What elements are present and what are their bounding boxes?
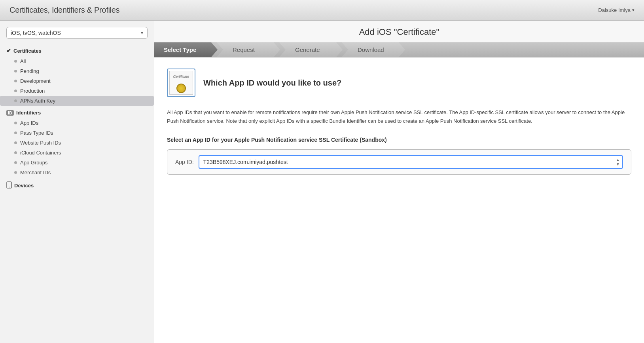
dot-icon	[14, 131, 17, 134]
sidebar-item-pass-type-ids[interactable]: Pass Type IDs	[0, 128, 154, 138]
content-title: Add iOS "Certificate"	[154, 21, 644, 42]
sidebar-item-all-label: All	[20, 58, 26, 64]
step-generate[interactable]: Generate	[279, 42, 343, 57]
sidebar-item-all[interactable]: All	[0, 56, 154, 66]
dot-icon	[14, 161, 17, 164]
step-download-label: Download	[358, 46, 384, 53]
platform-dropdown[interactable]: iOS, tvOS, watchOS ▾	[6, 27, 148, 39]
dot-icon	[14, 60, 17, 63]
sidebar-item-production[interactable]: Production	[0, 86, 154, 96]
sidebar-item-icloud-containers[interactable]: iCloud Containers	[0, 148, 154, 158]
step-select-type-label: Select Type	[164, 46, 196, 53]
identifiers-icon: ID	[6, 110, 14, 116]
top-bar: Certificates, Identifiers & Profiles Dai…	[0, 0, 644, 21]
sidebar-item-app-groups[interactable]: App Groups	[0, 158, 154, 168]
certificate-header: Certificate Which App ID would you like …	[167, 69, 631, 97]
step-select-type[interactable]: Select Type	[154, 42, 218, 57]
user-menu[interactable]: Daisuke Imiya	[598, 7, 635, 13]
step-request[interactable]: Request	[217, 42, 280, 57]
dot-icon	[14, 141, 17, 144]
sidebar-item-development-label: Development	[20, 78, 51, 84]
sidebar-item-apns-auth-key[interactable]: APNs Auth Key	[0, 96, 154, 106]
step-download[interactable]: Download	[342, 42, 405, 57]
sidebar-item-app-ids-label: App IDs	[20, 120, 38, 126]
sidebar-item-pending[interactable]: Pending	[0, 66, 154, 76]
step-request-label: Request	[233, 46, 255, 53]
sidebar: iOS, tvOS, watchOS ▾ ✔ Certificates All …	[0, 21, 154, 343]
certificates-label: Certificates	[13, 48, 42, 54]
identifiers-section: ID Identifiers App IDs Pass Type IDs Web…	[0, 107, 154, 177]
steps-bar: Select Type Request Generate Download	[154, 42, 644, 57]
content-body: Certificate Which App ID would you like …	[154, 57, 644, 343]
identifiers-label: Identifiers	[16, 110, 41, 116]
content-area: Add iOS "Certificate" Select Type Reques…	[154, 21, 644, 343]
sidebar-item-merchant-ids-label: Merchant IDs	[20, 170, 51, 175]
sidebar-item-apns-label: APNs Auth Key	[20, 98, 55, 104]
sidebar-item-website-push-ids-label: Website Push IDs	[20, 140, 61, 146]
svg-point-1	[9, 187, 9, 188]
dot-icon	[14, 122, 17, 124]
dot-icon	[14, 99, 17, 102]
sidebar-item-icloud-label: iCloud Containers	[20, 150, 61, 156]
sidebar-item-app-ids[interactable]: App IDs	[0, 118, 154, 128]
dot-icon	[14, 70, 17, 72]
cert-seal	[176, 84, 186, 93]
platform-dropdown-label: iOS, tvOS, watchOS	[11, 30, 61, 36]
sidebar-item-merchant-ids[interactable]: Merchant IDs	[0, 168, 154, 177]
cert-inner: Certificate	[169, 71, 193, 95]
step-generate-label: Generate	[295, 46, 320, 53]
devices-icon	[6, 181, 12, 190]
description-text: All App IDs that you want to enable for …	[167, 108, 631, 126]
sidebar-item-website-push-ids[interactable]: Website Push IDs	[0, 138, 154, 148]
sidebar-item-pass-type-ids-label: Pass Type IDs	[20, 130, 53, 136]
certificates-section-header: ✔ Certificates	[0, 45, 154, 56]
chevron-down-icon: ▾	[141, 30, 143, 36]
devices-label: Devices	[14, 183, 34, 189]
sidebar-item-app-groups-label: App Groups	[20, 160, 47, 166]
devices-section: Devices	[0, 179, 154, 192]
app-id-label: App ID:	[175, 159, 194, 165]
dot-icon	[14, 80, 17, 82]
sidebar-item-pending-label: Pending	[20, 68, 39, 74]
certificate-question: Which App ID would you like to use?	[203, 78, 341, 88]
dot-icon	[14, 171, 17, 174]
app-id-select-wrapper: T23B598XEJ.com.imiyad.pushtest ▲ ▼	[199, 155, 623, 169]
page-title: Certificates, Identifiers & Profiles	[9, 6, 119, 15]
dot-icon	[14, 90, 17, 92]
identifiers-section-header: ID Identifiers	[0, 107, 154, 118]
certificates-section: ✔ Certificates All Pending Development P…	[0, 45, 154, 106]
main-layout: iOS, tvOS, watchOS ▾ ✔ Certificates All …	[0, 21, 644, 343]
dot-icon	[14, 151, 17, 154]
select-app-id-label: Select an App ID for your Apple Push Not…	[167, 137, 631, 143]
app-id-select[interactable]: T23B598XEJ.com.imiyad.pushtest	[199, 155, 623, 169]
app-id-row: App ID: T23B598XEJ.com.imiyad.pushtest ▲…	[167, 149, 631, 175]
sidebar-item-production-label: Production	[20, 88, 45, 94]
sidebar-item-development[interactable]: Development	[0, 76, 154, 86]
certificate-icon: Certificate	[167, 69, 195, 97]
devices-section-header: Devices	[0, 179, 154, 192]
certificates-icon: ✔	[6, 48, 11, 54]
